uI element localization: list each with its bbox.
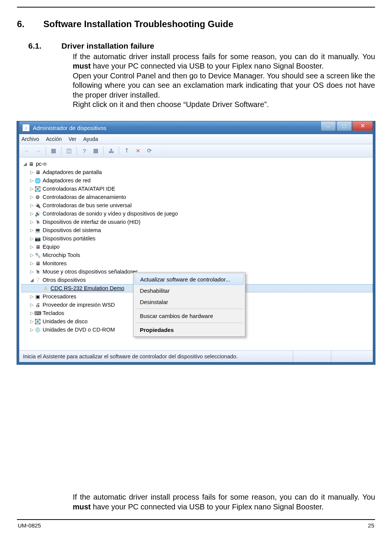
tree-item[interactable]: ▷🖥Equipo (21, 243, 373, 251)
app-icon: ⌂ (22, 124, 30, 131)
keyboard-icon: ⌨ (34, 310, 41, 316)
display-icon: 🖥 (34, 169, 41, 175)
printer-icon: 🖨 (34, 302, 41, 308)
tree-item[interactable]: ▷🔊Controladoras de sonido y vídeo y disp… (21, 209, 373, 218)
tb-btn-3[interactable]: ▦ (90, 145, 101, 156)
expand-icon[interactable]: ▷ (29, 219, 34, 225)
heading-1: 6.Software Installation Troubleshooting … (17, 19, 375, 29)
update-driver-button[interactable]: ⤒ (121, 145, 132, 156)
monitor-icon: 🖥 (34, 260, 41, 266)
computer-icon: 🖥 (34, 244, 41, 250)
menu-ver[interactable]: Ver (69, 136, 77, 142)
tree-item[interactable]: ▷📷Dispositivos portátiles (21, 234, 373, 243)
close-button[interactable]: ✕ (352, 121, 373, 131)
tree-item[interactable]: ▷🖥Monitores (21, 259, 373, 268)
other-devices-icon: ❔ (34, 277, 41, 283)
h2-number: 6.1. (28, 41, 61, 50)
close-icon: ✕ (360, 122, 365, 129)
tree-item[interactable]: ▷🌐Adaptadores de red (21, 176, 373, 185)
menu-archivo[interactable]: Archivo (21, 136, 39, 142)
collapse-icon[interactable]: ◢ (29, 277, 34, 283)
expand-icon[interactable]: ▷ (29, 170, 34, 175)
toolbar-separator (61, 147, 61, 155)
back-icon: ← (24, 148, 30, 154)
back-button[interactable]: ← (21, 145, 32, 156)
menu-accion[interactable]: Acción (46, 136, 62, 142)
page-top-rule (17, 7, 375, 8)
ctx-update-driver[interactable]: Actualizar software de controlador... (135, 274, 244, 285)
tree-item[interactable]: ▷💻Dispositivos del sistema (21, 226, 373, 234)
context-menu: Actualizar software de controlador... De… (133, 272, 245, 337)
ctx-disable[interactable]: Deshabilitar (135, 285, 244, 296)
network-icon: 🌐 (34, 177, 41, 183)
tree-item[interactable]: ▷🔧Microchip Tools (21, 251, 373, 259)
expand-icon[interactable]: ▷ (29, 319, 34, 324)
status-cell (293, 351, 331, 362)
paragraph-1: If the automatic driver install process … (73, 52, 375, 71)
device-tree[interactable]: ◢ 🖥 pc-n ▷🖥Adaptadores de pantalla ▷🌐Ada… (19, 157, 373, 350)
ctx-properties[interactable]: Propiedades (135, 324, 244, 335)
h1-number: 6. (17, 19, 43, 29)
paragraph-2: Open your Control Panel and then go to D… (73, 71, 375, 100)
status-bar: Inicia el Asistente para actualizar el s… (19, 350, 373, 362)
expand-icon[interactable]: ▷ (29, 236, 34, 241)
tree-item[interactable]: ▷🔌Controladoras de bus serie universal (21, 201, 373, 209)
expand-icon[interactable]: ▷ (29, 252, 34, 258)
toolbar-separator (77, 147, 77, 155)
refresh-button[interactable]: ⟳ (144, 145, 155, 156)
expand-icon[interactable]: ▷ (29, 261, 34, 266)
forward-button[interactable]: → (33, 145, 43, 156)
expand-icon[interactable]: ▷ (29, 244, 34, 249)
ctx-scan-hardware[interactable]: Buscar cambios de hardware (135, 310, 244, 321)
footer-doc-id: UM-0825 (18, 522, 41, 529)
tree-item[interactable]: ▷⚙Controladoras de almacenamiento (21, 193, 373, 201)
disk-icon: 💽 (34, 318, 41, 324)
page-bottom-rule (17, 519, 375, 520)
expand-icon[interactable]: ▷ (29, 269, 34, 274)
refresh-icon: ⟳ (147, 147, 152, 154)
expand-icon[interactable]: ▷ (29, 294, 34, 299)
hid-icon: 🖱 (34, 219, 41, 225)
ctx-separator (135, 309, 243, 309)
expand-icon[interactable]: ▷ (29, 327, 34, 332)
tb-btn-1[interactable]: ▦ (48, 145, 59, 156)
device-manager-window: ⌂ Administrador de dispositivos – □ ✕ Ar… (17, 121, 375, 364)
paragraph-3: Right click on it and then choose “Updat… (73, 100, 375, 109)
expand-icon[interactable]: ▷ (29, 186, 34, 191)
menu-ayuda[interactable]: Ayuda (83, 136, 98, 142)
usb-icon: 🔌 (34, 202, 41, 208)
uninstall-button[interactable]: ⨯ (133, 145, 143, 156)
expand-icon[interactable]: ▷ (29, 310, 34, 316)
tree-item[interactable]: ▷💽Controladoras ATA/ATAPI IDE (21, 185, 373, 193)
page-footer: UM-0825 25 (17, 522, 375, 538)
tree-item[interactable]: ▷🖱Dispositivos de interfaz de usuario (H… (21, 218, 373, 226)
tree-item[interactable]: ▷🖥Adaptadores de pantalla (21, 168, 373, 176)
status-cell (331, 351, 369, 362)
scan-hardware-button[interactable]: 🖧 (106, 145, 116, 156)
forward-icon: → (35, 148, 41, 154)
dvd-icon: 💿 (34, 327, 41, 333)
tree-root[interactable]: ◢ 🖥 pc-n (21, 160, 373, 168)
h2-title: Driver installation failure (61, 41, 154, 50)
expand-icon[interactable]: ▷ (29, 228, 34, 233)
warning-icon: ⚠ (42, 285, 49, 291)
menubar: Archivo Acción Ver Ayuda (19, 134, 373, 144)
expand-icon[interactable]: ▷ (29, 203, 34, 208)
heading-2: 6.1.Driver installation failure (28, 41, 375, 50)
toolbar: ← → ▦ ◫ ? ▦ 🖧 ⤒ ⨯ ⟳ (19, 144, 373, 157)
maximize-button[interactable]: □ (337, 121, 352, 131)
collapse-icon[interactable]: ◢ (22, 161, 28, 167)
tb-btn-2[interactable]: ◫ (64, 145, 74, 156)
expand-icon[interactable]: ▷ (29, 178, 34, 183)
ide-icon: 💽 (34, 186, 41, 192)
h1-title: Software Installation Troubleshooting Gu… (43, 19, 233, 29)
storage-icon: ⚙ (34, 194, 41, 200)
ctx-uninstall[interactable]: Desinstalar (135, 296, 244, 307)
window-titlebar[interactable]: ⌂ Administrador de dispositivos – □ ✕ (19, 121, 373, 134)
expand-icon[interactable]: ▷ (29, 302, 34, 307)
toolbar-separator (119, 147, 119, 155)
expand-icon[interactable]: ▷ (29, 194, 34, 200)
minimize-button[interactable]: – (321, 121, 336, 131)
help-button[interactable]: ? (79, 145, 90, 156)
expand-icon[interactable]: ▷ (29, 211, 34, 216)
